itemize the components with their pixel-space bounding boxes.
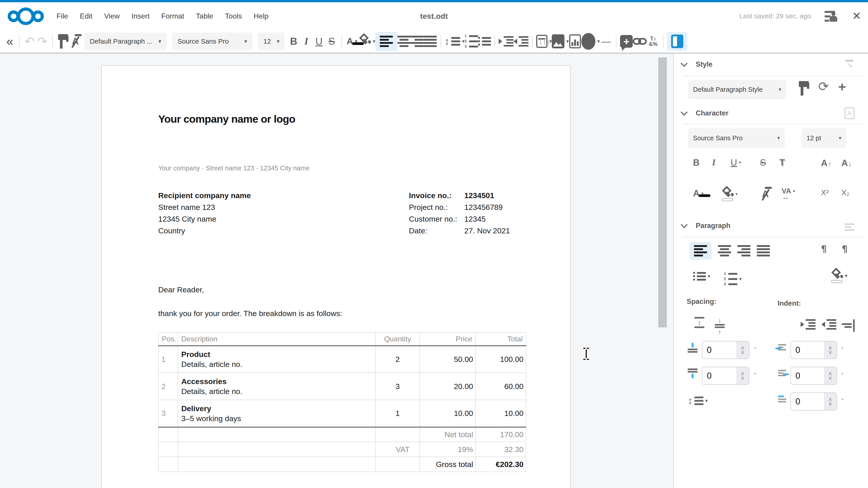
undo-button[interactable]: ↶ (23, 32, 36, 51)
clear-formatting-button[interactable]: A (69, 32, 82, 51)
shrink-font-button[interactable]: A↓ (841, 158, 852, 168)
line-spacing-button[interactable]: ↕ ▾ (444, 32, 465, 51)
insert-chart-button[interactable] (569, 32, 581, 51)
spacing-above-stepper[interactable]: ∧∨ (702, 341, 749, 359)
sidebar-bullet-list-button[interactable]: ▾ (693, 272, 710, 281)
italic-button[interactable]: I (300, 32, 313, 51)
indent-before-input[interactable] (791, 345, 824, 355)
sidebar-align-left-button[interactable] (689, 242, 712, 260)
insert-table-button[interactable]: ▾ (536, 32, 552, 51)
spacing-above-input[interactable] (702, 345, 736, 355)
sidebar-font-color-button[interactable]: A ▾ (693, 188, 704, 198)
close-icon[interactable]: ✕ (852, 11, 861, 22)
sidebar-decrease-indent-button[interactable] (822, 319, 836, 330)
menu-help[interactable]: Help (254, 12, 269, 20)
menu-file[interactable]: File (57, 12, 68, 20)
spacing-below-input[interactable] (702, 371, 736, 381)
sidebar-clear-formatting-button[interactable]: A (760, 189, 771, 199)
insert-special-character-button[interactable]: T♪&% (647, 32, 659, 51)
stepper-buttons[interactable]: ∧∨ (824, 341, 837, 359)
menu-tools[interactable]: Tools (225, 12, 242, 20)
collapse-toolbar-button[interactable]: « (0, 32, 16, 51)
highlight-color-button[interactable]: ▾ (358, 32, 375, 51)
character-dialog-icon[interactable]: A (844, 107, 855, 119)
character-section-header[interactable]: Character (683, 109, 728, 117)
vertical-scrollbar[interactable] (658, 57, 667, 327)
justify-button[interactable] (424, 32, 437, 51)
sidebar-ordered-list-button[interactable]: 1 2 3 ▾ (724, 272, 742, 286)
sidebar-font-name-dropdown[interactable]: Source Sans Pro▾ (688, 128, 785, 148)
stepper-buttons[interactable]: ∧∨ (736, 367, 749, 384)
paragraph-section-header[interactable]: Paragraph (683, 222, 730, 230)
decrease-indent-button[interactable] (514, 32, 528, 51)
hanging-indent-button[interactable] (842, 319, 855, 332)
bullet-list-button[interactable] (478, 32, 491, 51)
menu-edit[interactable]: Edit (80, 12, 92, 20)
shadow-button[interactable]: T (779, 158, 785, 167)
style-section-header[interactable]: Style (683, 60, 712, 68)
clone-formatting-button[interactable] (56, 32, 69, 51)
sidebar-line-spacing-button[interactable]: ↕ ▾ (688, 395, 708, 406)
indent-before-stepper[interactable]: ∧∨ (790, 341, 837, 359)
bold-button[interactable]: B (287, 32, 300, 51)
insert-image-button[interactable]: ▾ (552, 32, 569, 51)
rtl-paragraph-button[interactable]: ¶ (842, 244, 847, 254)
insert-line-button[interactable]: — (600, 32, 612, 51)
menu-insert[interactable]: Insert (131, 12, 149, 20)
ltr-paragraph-button[interactable]: ¶ (821, 244, 827, 254)
font-size-dropdown[interactable]: 12▾ (258, 33, 285, 50)
toggle-sidebar-button[interactable] (667, 32, 687, 51)
sidebar-align-right-button[interactable] (737, 245, 750, 256)
font-color-button[interactable]: A ▾ (346, 32, 358, 51)
sidebar-strikethrough-button[interactable]: S (760, 158, 766, 167)
update-style-button[interactable] (798, 81, 809, 96)
sidebar-font-size-dropdown[interactable]: 12 pt▾ (802, 128, 846, 148)
user-list-icon[interactable] (825, 10, 839, 22)
paragraph-background-button[interactable]: ▾ (831, 269, 847, 283)
sidebar-justify-button[interactable] (757, 245, 770, 256)
refresh-style-button[interactable]: ⟳ (818, 80, 829, 93)
spacing-below-stepper[interactable]: ∧∨ (702, 367, 749, 385)
character-spacing-button[interactable]: VA↔ ▾ (782, 187, 795, 195)
strikethrough-button[interactable]: S (325, 32, 338, 51)
font-name-dropdown[interactable]: Source Sans Pro▾ (172, 33, 252, 50)
stepper-buttons[interactable]: ∧∨ (824, 367, 837, 384)
align-center-button[interactable] (397, 32, 410, 51)
decrease-paragraph-spacing-button[interactable]: ↓↑ (715, 317, 725, 335)
insert-comment-button[interactable] (620, 32, 633, 51)
document-canvas[interactable]: Your company name or logo Your company ·… (0, 53, 673, 488)
sidebar-align-center-button[interactable] (718, 245, 731, 256)
increase-paragraph-spacing-button[interactable]: ↕ (694, 317, 704, 328)
align-left-button[interactable] (375, 32, 397, 51)
menu-table[interactable]: Table (196, 12, 213, 20)
document-page[interactable]: Your company name or logo Your company ·… (101, 65, 570, 488)
nextcloud-logo-icon[interactable] (8, 5, 44, 27)
indent-after-stepper[interactable]: ∧∨ (790, 367, 837, 385)
increase-indent-button[interactable] (499, 32, 514, 51)
stepper-buttons[interactable]: ∧∨ (824, 393, 837, 410)
stepper-buttons[interactable]: ∧∨ (736, 341, 749, 359)
menu-view[interactable]: View (104, 12, 120, 20)
sidebar-bold-button[interactable]: B (693, 158, 700, 167)
menu-format[interactable]: Format (161, 12, 184, 20)
align-right-button[interactable] (410, 32, 424, 51)
underline-button[interactable]: U (313, 32, 325, 51)
sidebar-paragraph-style-dropdown[interactable]: Default Paragraph Style▾ (688, 80, 786, 99)
insert-shape-button[interactable]: ▾ (581, 32, 600, 51)
insert-hyperlink-button[interactable] (633, 32, 647, 51)
redo-button[interactable]: ↷ (36, 32, 49, 51)
sidebar-underline-button[interactable]: U ▾ (731, 158, 741, 167)
ordered-list-button[interactable]: 1 2 3 (465, 32, 478, 51)
expand-panel-icon[interactable] (845, 60, 855, 69)
subscript-button[interactable]: X₂ (841, 189, 849, 196)
first-line-indent-stepper[interactable]: ∧∨ (790, 392, 837, 411)
grow-font-button[interactable]: A↑ (821, 158, 831, 168)
paragraph-dialog-icon[interactable] (844, 223, 855, 231)
sidebar-highlight-button[interactable]: ▾ (721, 187, 738, 201)
indent-after-input[interactable] (791, 371, 824, 381)
sidebar-italic-button[interactable]: I (712, 158, 716, 167)
new-style-button[interactable]: + (838, 80, 846, 94)
first-line-indent-input[interactable] (791, 397, 824, 406)
sidebar-increase-indent-button[interactable] (801, 319, 815, 330)
paragraph-style-dropdown[interactable]: Default Paragraph ...▾ (84, 33, 166, 50)
